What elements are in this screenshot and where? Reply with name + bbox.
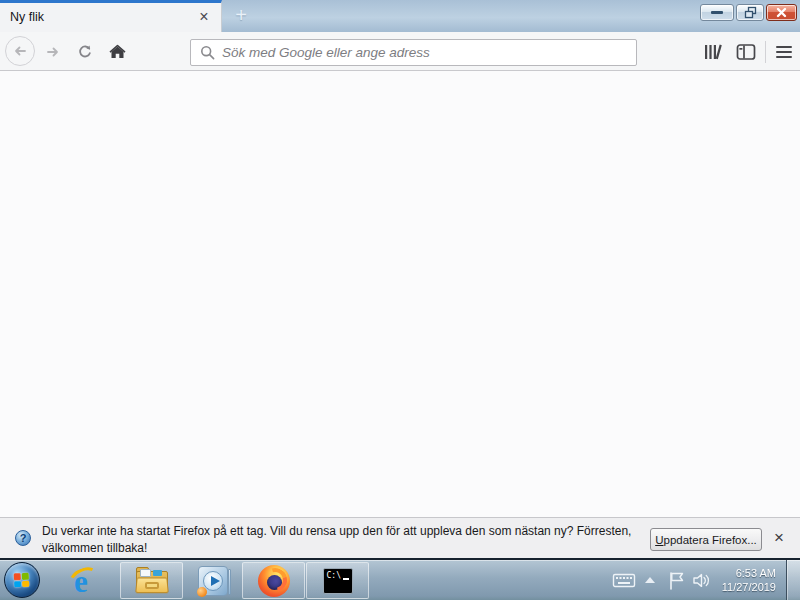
update-firefox-button[interactable]: Uppdatera Firefox... xyxy=(650,528,762,551)
forward-button[interactable] xyxy=(42,32,64,71)
taskbar-item-file-explorer[interactable] xyxy=(120,562,183,599)
chevron-up-icon xyxy=(644,576,656,584)
notification-message: Du verkar inte ha startat Firefox på ett… xyxy=(42,523,631,556)
tab-title: Ny flik xyxy=(10,10,44,24)
page-content xyxy=(0,71,800,517)
notification-close-icon[interactable]: × xyxy=(768,527,790,549)
tray-action-center[interactable] xyxy=(668,560,692,600)
tray-keyboard[interactable] xyxy=(612,560,640,600)
sidebar-toggle-button[interactable] xyxy=(733,32,759,71)
keyboard-icon xyxy=(612,572,636,589)
help-icon: ? xyxy=(15,530,31,546)
minimize-button[interactable] xyxy=(700,4,734,21)
browser-window: Ny flik × + xyxy=(0,0,800,600)
clock-time: 6:53 AM xyxy=(714,567,776,581)
command-prompt-icon: C:\ xyxy=(323,568,353,594)
menu-icon xyxy=(776,46,792,48)
reload-button[interactable] xyxy=(74,32,96,71)
back-icon xyxy=(12,43,28,59)
taskbar-item-internet-explorer[interactable]: e xyxy=(60,562,110,599)
window-controls xyxy=(700,4,797,21)
tab-new-tab[interactable]: Ny flik × xyxy=(0,0,222,32)
urlbar-input[interactable] xyxy=(222,41,636,64)
sidebar-icon xyxy=(736,43,756,61)
tab-close-icon[interactable]: × xyxy=(193,6,215,28)
notification-line2: välkommen tillbaka! xyxy=(42,540,631,557)
restore-button[interactable] xyxy=(736,4,764,21)
home-button[interactable] xyxy=(106,32,128,71)
toolbar-separator xyxy=(765,41,766,63)
internet-explorer-icon: e xyxy=(68,564,102,598)
clock-date: 11/27/2019 xyxy=(714,581,776,595)
reload-icon xyxy=(77,44,93,60)
show-desktop-button[interactable] xyxy=(786,560,800,600)
close-icon xyxy=(776,7,787,18)
windows-logo-icon xyxy=(14,572,31,588)
tray-show-hidden-icons[interactable] xyxy=(644,560,666,600)
menu-button[interactable] xyxy=(772,32,796,71)
back-button[interactable] xyxy=(5,36,35,66)
taskbar-item-firefox[interactable] xyxy=(242,562,305,599)
search-icon xyxy=(200,45,215,60)
home-icon xyxy=(109,44,126,60)
new-tab-button[interactable]: + xyxy=(228,0,254,31)
flag-icon xyxy=(668,571,685,590)
titlebar: Ny flik × + xyxy=(0,0,800,32)
taskbar-item-media-player[interactable] xyxy=(188,562,238,599)
minimize-icon xyxy=(711,11,723,14)
taskbar: e C:\ xyxy=(0,558,800,600)
speaker-icon xyxy=(692,572,712,589)
notification-line1: Du verkar inte ha startat Firefox på ett… xyxy=(42,523,631,540)
notification-bar: ? Du verkar inte ha startat Firefox på e… xyxy=(0,517,800,558)
library-icon xyxy=(703,43,724,61)
start-button[interactable] xyxy=(4,562,40,598)
library-button[interactable] xyxy=(700,32,726,71)
media-player-icon xyxy=(198,566,228,596)
restore-icon xyxy=(744,6,757,19)
navigation-toolbar xyxy=(0,32,800,71)
folder-icon xyxy=(136,569,168,593)
urlbar xyxy=(190,39,637,66)
forward-icon xyxy=(45,44,61,60)
close-button[interactable] xyxy=(766,4,797,21)
firefox-icon xyxy=(258,565,290,597)
taskbar-clock[interactable]: 6:53 AM 11/27/2019 xyxy=(714,567,776,594)
taskbar-item-command-prompt[interactable]: C:\ xyxy=(306,562,369,599)
